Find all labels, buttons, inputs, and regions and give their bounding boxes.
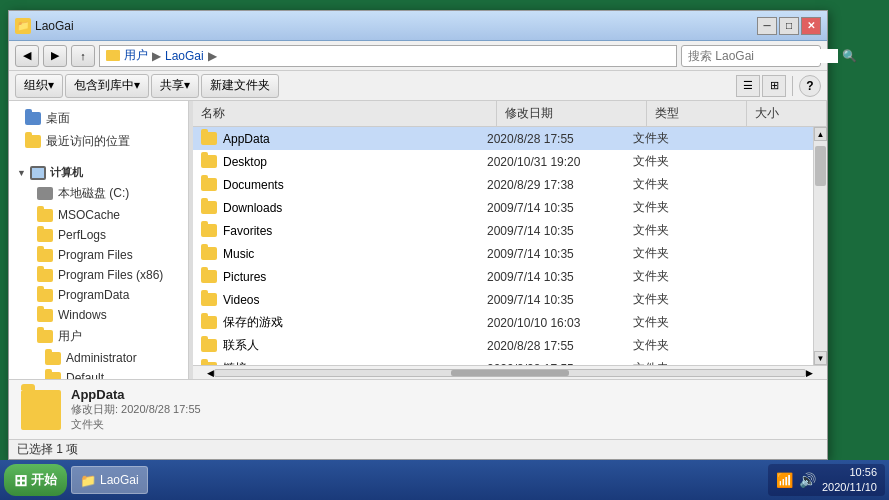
file-name: AppData (223, 132, 270, 146)
path-item-1[interactable]: 用户 (124, 47, 148, 64)
file-row[interactable]: 联系人 2020/8/28 17:55 文件夹 (193, 334, 813, 357)
view-list-button[interactable]: ☰ (736, 75, 760, 97)
sidebar-item-perflogs[interactable]: PerfLogs (9, 225, 188, 245)
explorer-window: 📁 LaoGai ─ □ ✕ ◀ ▶ ↑ 用户 ▶ LaoGai ▶ 🔍 组织▾… (8, 10, 828, 460)
taskbar-folder-icon: 📁 (80, 473, 96, 488)
file-row[interactable]: Desktop 2020/10/31 19:20 文件夹 (193, 150, 813, 173)
organize-button[interactable]: 组织▾ (15, 74, 63, 98)
sidebar-item-desktop[interactable]: 桌面 (9, 107, 188, 130)
scroll-down-arrow[interactable]: ▼ (814, 351, 827, 365)
taskbar-item-laogai[interactable]: 📁 LaoGai (71, 466, 148, 494)
close-button[interactable]: ✕ (801, 17, 821, 35)
file-name: Desktop (223, 155, 267, 169)
file-row[interactable]: AppData 2020/8/28 17:55 文件夹 (193, 127, 813, 150)
col-name[interactable]: 名称 (193, 101, 497, 126)
search-input[interactable] (688, 49, 838, 63)
clock[interactable]: 10:56 2020/11/10 (822, 465, 877, 496)
file-name-cell: Documents (193, 178, 483, 192)
col-size[interactable]: 大小 (747, 101, 827, 126)
title-bar-left: 📁 LaoGai (15, 18, 74, 34)
title-buttons: ─ □ ✕ (757, 17, 821, 35)
back-button[interactable]: ◀ (15, 45, 39, 67)
file-list: AppData 2020/8/28 17:55 文件夹 Desktop 2020… (193, 127, 813, 365)
toolbar: 组织▾ 包含到库中▾ 共享▾ 新建文件夹 ☰ ⊞ ? (9, 71, 827, 101)
sidebar-section-computer[interactable]: ▼ 计算机 (9, 161, 188, 182)
horizontal-scrollbar[interactable]: ◀ ▶ (193, 365, 827, 379)
scroll-track[interactable] (814, 141, 827, 351)
folder-icon (37, 209, 53, 222)
file-date: 2009/7/14 10:35 (483, 224, 633, 238)
scroll-thumb[interactable] (815, 146, 826, 186)
collapse-icon: ▼ (17, 168, 26, 178)
sidebar-item-drive-c[interactable]: 本地磁盘 (C:) (9, 182, 188, 205)
file-row[interactable]: Documents 2020/8/29 17:38 文件夹 (193, 173, 813, 196)
sidebar-item-recent[interactable]: 最近访问的位置 (9, 130, 188, 153)
folder-icon (37, 269, 53, 282)
h-scroll-thumb[interactable] (451, 370, 569, 376)
volume-icon[interactable]: 🔊 (799, 472, 816, 488)
folder-icon (201, 247, 217, 260)
sidebar-item-administrator[interactable]: Administrator (9, 348, 188, 368)
file-name-cell: Favorites (193, 224, 483, 238)
help-button[interactable]: ? (799, 75, 821, 97)
file-name: Videos (223, 293, 259, 307)
scroll-up-arrow[interactable]: ▲ (814, 127, 827, 141)
col-type[interactable]: 类型 (647, 101, 747, 126)
folder-icon (37, 330, 53, 343)
add-to-library-button[interactable]: 包含到库中▾ (65, 74, 149, 98)
folder-icon (37, 249, 53, 262)
system-tray: 📶 🔊 10:56 2020/11/10 (768, 464, 885, 496)
file-name-cell: Pictures (193, 270, 483, 284)
file-row[interactable]: Music 2009/7/14 10:35 文件夹 (193, 242, 813, 265)
status-text: 已选择 1 项 (17, 441, 78, 458)
file-row[interactable]: 链接 2020/8/28 17:55 文件夹 (193, 357, 813, 365)
maximize-button[interactable]: □ (779, 17, 799, 35)
col-date[interactable]: 修改日期 (497, 101, 647, 126)
computer-icon (30, 166, 46, 180)
new-folder-button[interactable]: 新建文件夹 (201, 74, 279, 98)
file-row[interactable]: 保存的游戏 2020/10/10 16:03 文件夹 (193, 311, 813, 334)
title-bar: 📁 LaoGai ─ □ ✕ (9, 11, 827, 41)
search-box[interactable]: 🔍 (681, 45, 821, 67)
share-button[interactable]: 共享▾ (151, 74, 199, 98)
view-tiles-button[interactable]: ⊞ (762, 75, 786, 97)
start-button[interactable]: ⊞ 开始 (4, 464, 67, 496)
file-row[interactable]: Pictures 2009/7/14 10:35 文件夹 (193, 265, 813, 288)
file-name: Pictures (223, 270, 266, 284)
file-name-cell: Desktop (193, 155, 483, 169)
forward-button[interactable]: ▶ (43, 45, 67, 67)
h-scroll-right[interactable]: ▶ (806, 368, 813, 378)
file-row[interactable]: Downloads 2009/7/14 10:35 文件夹 (193, 196, 813, 219)
file-row[interactable]: Videos 2009/7/14 10:35 文件夹 (193, 288, 813, 311)
file-name: 保存的游戏 (223, 314, 283, 331)
search-icon: 🔍 (842, 49, 857, 63)
file-date: 2020/8/28 17:55 (483, 339, 633, 353)
sidebar-item-program-files-x86[interactable]: Program Files (x86) (9, 265, 188, 285)
preview-pane: AppData 修改日期: 2020/8/28 17:55 文件夹 (9, 379, 827, 439)
sidebar-computer-label: 计算机 (50, 165, 83, 180)
sidebar-item-users[interactable]: 用户 (9, 325, 188, 348)
sidebar-item-windows[interactable]: Windows (9, 305, 188, 325)
sidebar-item-default[interactable]: Default (9, 368, 188, 379)
up-button[interactable]: ↑ (71, 45, 95, 67)
h-scroll-left[interactable]: ◀ (207, 368, 214, 378)
vertical-scrollbar[interactable]: ▲ ▼ (813, 127, 827, 365)
file-row[interactable]: Favorites 2009/7/14 10:35 文件夹 (193, 219, 813, 242)
file-type: 文件夹 (633, 291, 733, 308)
sidebar-item-msocache[interactable]: MSOCache (9, 205, 188, 225)
folder-icon (201, 201, 217, 214)
drive-c-icon (37, 187, 53, 200)
folder-icon (201, 270, 217, 283)
sidebar-item-label: 用户 (58, 328, 82, 345)
network-icon[interactable]: 📶 (776, 472, 793, 488)
file-type: 文件夹 (633, 176, 733, 193)
sidebar-item-programdata[interactable]: ProgramData (9, 285, 188, 305)
h-scroll-track[interactable] (214, 369, 806, 377)
taskbar-item-label: LaoGai (100, 473, 139, 487)
address-path[interactable]: 用户 ▶ LaoGai ▶ (99, 45, 677, 67)
folder-icon (201, 224, 217, 237)
path-item-2[interactable]: LaoGai (165, 49, 204, 63)
sidebar-item-program-files[interactable]: Program Files (9, 245, 188, 265)
file-name-cell: Downloads (193, 201, 483, 215)
minimize-button[interactable]: ─ (757, 17, 777, 35)
